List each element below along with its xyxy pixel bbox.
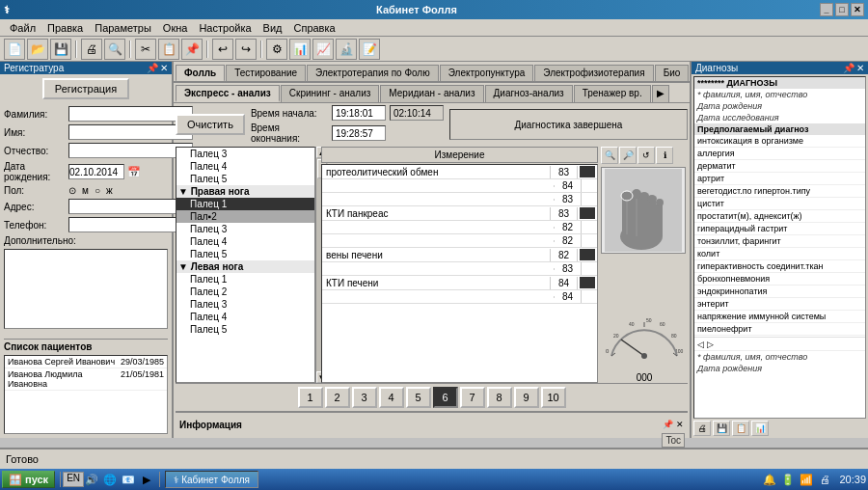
tree-item-finger1-right[interactable]: Палец 1 bbox=[176, 198, 314, 210]
diag-btn1[interactable]: 🖨 bbox=[693, 421, 711, 436]
diag-item[interactable]: цистит bbox=[694, 198, 865, 210]
gender-f-radio[interactable]: ○ bbox=[95, 185, 100, 196]
num-btn-3[interactable]: 3 bbox=[352, 387, 377, 408]
tray-icon1[interactable]: 🔔 bbox=[762, 472, 777, 487]
tree-group-left-leg[interactable]: ▼ Левая нога bbox=[176, 260, 314, 273]
num-btn-10[interactable]: 10 bbox=[541, 387, 566, 408]
diag-panel-pin[interactable]: 📌 bbox=[843, 63, 854, 73]
diag-item[interactable]: интоксикация в организме bbox=[694, 135, 865, 148]
diag-scroll-item[interactable]: ◁ ▷ bbox=[694, 339, 865, 351]
num-btn-5[interactable]: 5 bbox=[406, 387, 431, 408]
menu-windows[interactable]: Окна bbox=[157, 22, 194, 34]
num-btn-6[interactable]: 6 bbox=[433, 387, 458, 408]
additional-textarea[interactable] bbox=[4, 249, 168, 329]
tree-item[interactable]: Палец 4 bbox=[176, 160, 314, 173]
tree-item-finger4-left[interactable]: Палец 4 bbox=[176, 311, 314, 323]
tree-item-finger1-left[interactable]: Палец 1 bbox=[176, 273, 314, 286]
diag-item[interactable]: гиперактивность соединит.ткан bbox=[694, 260, 865, 273]
diag-item[interactable]: вегетодист.по гипертон.типу bbox=[694, 185, 865, 198]
menu-file[interactable]: Файл bbox=[4, 22, 41, 34]
img-info[interactable]: ℹ bbox=[656, 147, 673, 164]
lang-indicator[interactable]: EN bbox=[63, 472, 84, 487]
diag-btn4[interactable]: 📊 bbox=[751, 421, 769, 436]
diag-btn2[interactable]: 💾 bbox=[713, 421, 730, 436]
tab-foll[interactable]: Фолль bbox=[176, 65, 225, 82]
tray-icon2[interactable]: 🔋 bbox=[780, 472, 796, 487]
toolbar-print[interactable]: 🖨 bbox=[81, 39, 102, 60]
img-zoom-out[interactable]: 🔎 bbox=[619, 147, 637, 164]
tray-icon4[interactable]: 🖨 bbox=[817, 472, 832, 487]
tab-testing[interactable]: Тестирование bbox=[226, 65, 306, 82]
tree-item[interactable]: Палец 3 bbox=[176, 148, 314, 160]
diag-item[interactable]: дерматит bbox=[694, 160, 865, 173]
tab-electro[interactable]: Электротерапия по Фолю bbox=[307, 65, 439, 82]
tree-item-finger4-right[interactable]: Палец 4 bbox=[176, 235, 314, 248]
diag-item[interactable]: пиелонефрит bbox=[694, 323, 865, 336]
toolbar-new[interactable]: 📄 bbox=[4, 39, 25, 60]
taskbar-icon-media[interactable]: ▶ bbox=[139, 472, 154, 487]
tree-group-right-leg[interactable]: ▼ Правая нога bbox=[176, 185, 314, 198]
tree-item[interactable]: Палец 5 bbox=[176, 173, 314, 185]
taskbar-icon-mail[interactable]: 📧 bbox=[121, 472, 136, 487]
patient-row[interactable]: Иванова Людмила Ивановна 21/05/1981 bbox=[5, 368, 167, 391]
minimize-btn[interactable]: _ bbox=[820, 3, 833, 16]
diag-item[interactable]: тонзиллит, фарингит bbox=[694, 235, 865, 248]
taskbar-icon-lang[interactable]: EN bbox=[66, 472, 81, 487]
tab-electropuncture[interactable]: Электропунктура bbox=[440, 65, 534, 82]
menu-help[interactable]: Справка bbox=[287, 22, 340, 34]
subtab-express[interactable]: Экспресс - анализ bbox=[176, 85, 280, 102]
toolbar-copy[interactable]: 📋 bbox=[158, 39, 179, 60]
tree-item-finger3-left[interactable]: Палец 3 bbox=[176, 298, 314, 311]
tree-item-finger2-right[interactable]: Пал▪2 bbox=[176, 210, 314, 223]
panel-close-btn[interactable]: ✕ bbox=[160, 63, 168, 73]
num-btn-9[interactable]: 9 bbox=[514, 387, 539, 408]
subtab-screening[interactable]: Скрининг - анализ bbox=[281, 85, 380, 102]
tree-item-finger2-left[interactable]: Палец 2 bbox=[176, 286, 314, 298]
diag-panel-close[interactable]: ✕ bbox=[856, 63, 864, 73]
diag-item[interactable]: бронхопневмония bbox=[694, 273, 865, 286]
tree-item-finger5-left[interactable]: Палец 5 bbox=[176, 323, 314, 336]
toolbar-b1[interactable]: ⚙ bbox=[266, 39, 287, 60]
num-btn-1[interactable]: 1 bbox=[298, 387, 323, 408]
diag-item[interactable]: напряжение иммунной системы bbox=[694, 311, 865, 323]
menu-edit[interactable]: Правка bbox=[41, 22, 89, 34]
clear-button[interactable]: Очистить bbox=[176, 114, 245, 135]
diag-item[interactable]: аллергия bbox=[694, 148, 865, 160]
menu-view[interactable]: Вид bbox=[258, 22, 288, 34]
diag-item[interactable]: простатит(м), аднексит(ж) bbox=[694, 210, 865, 223]
maximize-btn[interactable]: □ bbox=[835, 3, 849, 16]
tray-icon3[interactable]: 📶 bbox=[799, 472, 814, 487]
diag-item[interactable]: артрит bbox=[694, 173, 865, 185]
toolbar-undo[interactable]: ↩ bbox=[212, 39, 233, 60]
taskbar-icon-sound[interactable]: 🔊 bbox=[84, 472, 99, 487]
tree-item-finger3-right[interactable]: Палец 3 bbox=[176, 223, 314, 235]
taskbar-window[interactable]: ⚕ Кабинет Фолля bbox=[165, 471, 258, 488]
subtab-trainer[interactable]: Тренажер вр. bbox=[574, 85, 651, 102]
img-rotate[interactable]: ↺ bbox=[637, 147, 655, 164]
toolbar-redo[interactable]: ↪ bbox=[235, 39, 257, 60]
menu-params[interactable]: Параметры bbox=[89, 22, 157, 34]
diag-btn3[interactable]: 📋 bbox=[732, 421, 749, 436]
subtab-more-btn[interactable]: ▶ bbox=[652, 85, 669, 102]
toolbar-b4[interactable]: 🔬 bbox=[336, 39, 357, 60]
diag-item[interactable]: колит bbox=[694, 248, 865, 260]
subtab-diagnoz[interactable]: Диагноз-анализ bbox=[485, 85, 573, 102]
registration-button[interactable]: Регистрация bbox=[42, 78, 129, 99]
toolbar-open[interactable]: 📂 bbox=[27, 39, 48, 60]
dob-input[interactable] bbox=[68, 164, 124, 179]
num-btn-4[interactable]: 4 bbox=[379, 387, 404, 408]
start-button[interactable]: 🪟 пуск bbox=[2, 471, 55, 488]
toolbar-save[interactable]: 💾 bbox=[50, 39, 71, 60]
num-btn-2[interactable]: 2 bbox=[325, 387, 350, 408]
toolbar-preview[interactable]: 🔍 bbox=[104, 39, 125, 60]
menu-settings[interactable]: Настройка bbox=[193, 22, 257, 34]
img-zoom-in[interactable]: 🔍 bbox=[601, 147, 618, 164]
toolbar-paste[interactable]: 📌 bbox=[181, 39, 203, 60]
subtab-meridian[interactable]: Меридиан - анализ bbox=[380, 85, 483, 102]
diag-item[interactable]: энтерит bbox=[694, 298, 865, 311]
num-btn-8[interactable]: 8 bbox=[487, 387, 512, 408]
gender-m-radio[interactable]: ⊙ bbox=[68, 185, 76, 196]
taskbar-icon-net[interactable]: 🌐 bbox=[102, 472, 118, 487]
tab-electrophys[interactable]: Электрофизиотерапия bbox=[534, 65, 653, 82]
num-btn-7[interactable]: 7 bbox=[460, 387, 485, 408]
